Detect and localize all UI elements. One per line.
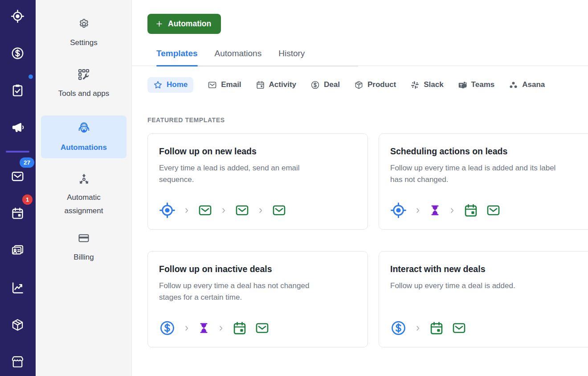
section-title: FEATURED TEMPLATES	[147, 116, 588, 124]
template-card-title: Interact with new deals	[390, 264, 588, 274]
contact-card-icon	[11, 244, 24, 257]
chevron-right-icon	[414, 207, 421, 214]
currency-dollar-icon	[310, 80, 320, 90]
sidebar-item-label: Automations	[61, 141, 107, 154]
deal-trigger-icon	[159, 320, 176, 336]
template-card-description: Follow up every time a deal is added.	[390, 280, 559, 292]
template-card[interactable]: Follow up on inactive dealsFollow up eve…	[147, 251, 368, 347]
app-window: 271 SettingsTools and appsAutomationsAut…	[0, 0, 588, 376]
template-card[interactable]: Scheduling actions on leadsFollow up eve…	[379, 133, 588, 230]
envelope-icon	[11, 169, 24, 183]
sidebar-item-label: Tools and apps	[58, 87, 109, 100]
filter-chip-label: Home	[167, 80, 188, 89]
envelope-icon	[208, 80, 217, 90]
filter-chip-slack[interactable]: Slack	[410, 80, 443, 90]
package-box-icon	[11, 318, 24, 332]
filter-chip-email[interactable]: Email	[208, 80, 241, 90]
rail-item-insights[interactable]	[7, 277, 28, 298]
robot-icon	[76, 120, 92, 135]
send-email-icon	[272, 203, 286, 218]
template-card[interactable]: Follow up on new leadsEvery time a lead …	[147, 133, 368, 230]
filter-chip-label: Email	[221, 80, 241, 89]
chevron-right-icon	[257, 207, 264, 214]
megaphone-icon	[11, 120, 24, 134]
settings-sidebar: SettingsTools and appsAutomationsAutomat…	[36, 0, 132, 376]
gear-icon	[78, 18, 90, 30]
template-card-title: Scheduling actions on leads	[390, 146, 588, 157]
chevron-right-icon	[414, 325, 421, 332]
tab-templates[interactable]: Templates	[156, 49, 198, 66]
chevron-right-icon	[217, 325, 225, 332]
crosshair-target-icon	[11, 9, 24, 23]
lead-trigger-icon	[159, 202, 176, 219]
send-email-icon	[235, 203, 249, 218]
slack-icon	[410, 80, 420, 90]
chevron-right-icon	[183, 325, 190, 332]
rail-divider	[6, 151, 29, 153]
filter-chips-row: HomeEmailActivityDealProductSlackTeamsAs…	[147, 77, 588, 93]
main-content: Automation TemplatesAutomationsHistory H…	[132, 0, 588, 376]
template-cards-grid: Follow up on new leadsEvery time a lead …	[147, 133, 588, 347]
filter-chip-asana[interactable]: Asana	[509, 80, 545, 90]
rail-item-products[interactable]	[7, 314, 28, 335]
schedule-activity-icon	[463, 203, 478, 218]
sidebar-item-settings[interactable]: Settings	[36, 18, 132, 50]
sidebar-item-billing[interactable]: Billing	[36, 232, 132, 264]
schedule-activity-icon	[232, 321, 247, 336]
calendar-icon	[256, 80, 265, 90]
package-box-icon	[354, 80, 363, 90]
rail-item-deals[interactable]	[7, 43, 28, 63]
sidebar-item-automations[interactable]: Automations	[41, 116, 127, 158]
sidebar-item-automatic-assignment[interactable]: Automatic assignment	[36, 172, 132, 218]
wait-hourglass-icon	[198, 322, 210, 334]
sidebar-item-tools-and-apps[interactable]: Tools and apps	[36, 68, 132, 100]
template-flow	[390, 320, 588, 336]
sidebar-item-label: Settings	[70, 36, 97, 50]
rail-item-activities[interactable]: 1	[7, 203, 28, 223]
tools-apps-icon	[77, 68, 90, 81]
rail-item-mail[interactable]: 27	[7, 166, 28, 186]
add-automation-button[interactable]: Automation	[147, 14, 221, 34]
activities-count-badge: 1	[22, 194, 33, 205]
filter-chip-label: Product	[368, 80, 396, 89]
filter-chip-deal[interactable]: Deal	[310, 80, 340, 90]
distribute-arrows-icon	[77, 172, 91, 186]
chevron-right-icon	[183, 207, 190, 214]
line-chart-icon	[11, 281, 24, 295]
send-email-icon	[486, 203, 501, 218]
tasks-notification-dot	[29, 74, 33, 79]
rail-item-campaigns[interactable]	[7, 117, 28, 137]
filter-chip-activity[interactable]: Activity	[256, 80, 296, 90]
primary-nav-rail: 271	[0, 0, 36, 376]
wait-hourglass-icon	[429, 204, 441, 216]
template-card-description: Follow up every time a deal has not chan…	[159, 280, 328, 303]
send-email-icon	[198, 203, 212, 218]
filter-chip-label: Asana	[522, 80, 545, 89]
tab-history[interactable]: History	[278, 49, 305, 66]
tab-automations[interactable]: Automations	[215, 49, 262, 66]
filter-chip-product[interactable]: Product	[354, 80, 396, 90]
storefront-icon	[11, 355, 24, 369]
filter-chip-home[interactable]: Home	[147, 77, 193, 93]
filter-chip-label: Teams	[471, 80, 495, 89]
rail-item-contacts[interactable]	[7, 240, 28, 260]
schedule-activity-icon	[429, 321, 444, 336]
chevron-right-icon	[220, 207, 227, 214]
credit-card-icon	[78, 232, 90, 244]
template-flow	[390, 202, 588, 219]
chevron-right-icon	[449, 207, 456, 214]
asana-icon	[509, 80, 518, 90]
star-icon	[153, 80, 163, 90]
rail-item-leads[interactable]	[7, 6, 28, 26]
calendar-icon	[11, 207, 24, 220]
send-email-icon	[255, 321, 270, 335]
deal-trigger-icon	[390, 320, 407, 336]
clipboard-check-icon	[11, 83, 24, 97]
filter-chip-teams[interactable]: Teams	[458, 80, 495, 90]
rail-item-marketplace[interactable]	[7, 351, 28, 372]
template-card[interactable]: Interact with new dealsFollow up every t…	[379, 251, 588, 347]
tabs-bar: TemplatesAutomationsHistory	[132, 49, 588, 66]
filter-chip-label: Activity	[269, 80, 296, 89]
template-card-description: Follow up every time a lead is added and…	[390, 162, 559, 186]
rail-item-tasks[interactable]	[7, 80, 28, 100]
